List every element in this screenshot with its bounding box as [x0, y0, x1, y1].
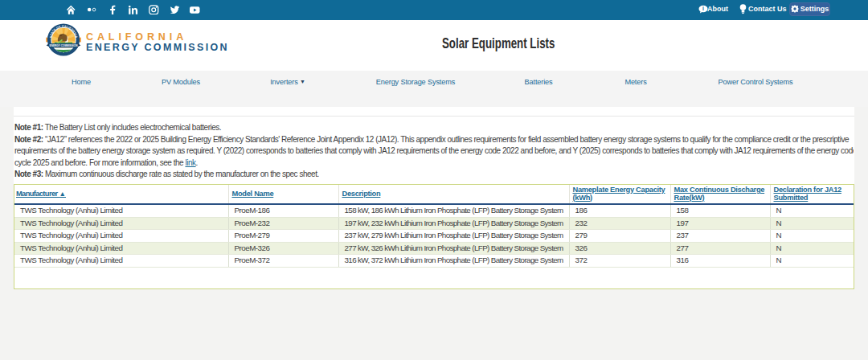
svg-text:i: i	[702, 6, 704, 11]
svg-text:ENERGY COMMISSION: ENERGY COMMISSION	[50, 44, 79, 47]
